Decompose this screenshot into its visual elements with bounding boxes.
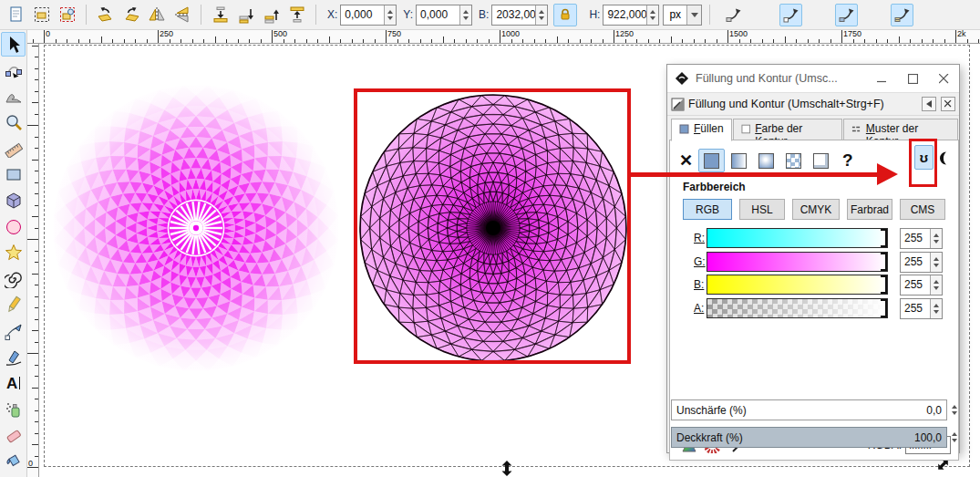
dialog-titlebar[interactable]: Füllung und Kontur (Umsc... bbox=[667, 65, 959, 92]
tool-measure[interactable] bbox=[1, 136, 26, 161]
transform-gradients-toggle[interactable] bbox=[835, 4, 858, 26]
tab-stroke-style[interactable]: Muster der Kontur bbox=[843, 119, 958, 140]
colorspace-cmyk-button[interactable]: CMYK bbox=[792, 199, 840, 220]
slider-handle-alpha[interactable] bbox=[881, 299, 887, 317]
undock-button[interactable] bbox=[922, 97, 936, 111]
slider-handle-blue[interactable] bbox=[881, 275, 887, 294]
horizontal-ruler[interactable]: 025050075010001250150017502k bbox=[27, 30, 980, 44]
colorspace-farbrad-button[interactable]: Farbrad bbox=[847, 199, 892, 220]
toolbar-separator bbox=[201, 5, 201, 25]
rotate-cw-button[interactable] bbox=[119, 4, 142, 26]
fill-stroke-tabs: FüllenFarbe der KonturMuster der Kontur bbox=[671, 119, 959, 140]
blur-slider[interactable]: Unschärfe (%) 0,0 bbox=[671, 399, 947, 420]
tool-spiral[interactable] bbox=[1, 266, 26, 291]
width-field[interactable]: 2032,00 bbox=[491, 5, 548, 26]
tool-pen[interactable] bbox=[1, 319, 26, 344]
slider-value-alpha[interactable]: 255 bbox=[900, 298, 943, 319]
colorspace-rgb-button[interactable]: RGB bbox=[683, 199, 732, 220]
height-field[interactable]: 922,000 bbox=[603, 5, 659, 26]
tool-node-editor[interactable] bbox=[1, 58, 26, 83]
color-space-row: RGBHSLCMYKFarbradCMS bbox=[683, 199, 953, 220]
height-spinner[interactable] bbox=[646, 5, 658, 25]
linear-gradient-button[interactable] bbox=[726, 149, 752, 172]
slider-handle-red[interactable] bbox=[881, 229, 887, 247]
y-field[interactable]: 0,000 bbox=[416, 5, 472, 26]
scale-handle-bottom-center[interactable] bbox=[500, 461, 513, 476]
rotate-ccw-button[interactable] bbox=[94, 4, 117, 26]
slider-spinner-red[interactable] bbox=[930, 229, 942, 248]
x-spinner[interactable] bbox=[384, 5, 396, 25]
tool-text[interactable]: A bbox=[1, 371, 26, 396]
deselect-button[interactable] bbox=[56, 4, 78, 26]
opacity-spinner[interactable] bbox=[949, 427, 959, 448]
tool-ellipse[interactable] bbox=[1, 214, 26, 239]
radial-gradient-button[interactable] bbox=[753, 149, 779, 172]
slider-track-alpha[interactable] bbox=[707, 298, 888, 318]
tool-pencil[interactable] bbox=[1, 293, 26, 317]
x-value[interactable]: 0,000 bbox=[341, 5, 384, 25]
unknown-paint-button[interactable]: ? bbox=[842, 150, 853, 171]
transform-corners-toggle[interactable] bbox=[779, 4, 802, 26]
slider-spinner-blue[interactable] bbox=[930, 275, 942, 295]
slider-track-green[interactable] bbox=[707, 252, 888, 272]
scale-stroke-toggle[interactable] bbox=[722, 4, 745, 26]
tool-spray[interactable] bbox=[1, 397, 26, 421]
linear-gradient-icon bbox=[731, 153, 747, 169]
document-icon-button[interactable] bbox=[5, 4, 27, 26]
tool-tweak[interactable] bbox=[1, 84, 26, 109]
slider-value-green[interactable]: 255 bbox=[900, 252, 943, 273]
tool-rectangle[interactable] bbox=[1, 162, 26, 187]
blur-spinner[interactable] bbox=[949, 399, 959, 420]
flip-horizontal-button[interactable] bbox=[145, 4, 168, 26]
y-value[interactable]: 0,000 bbox=[417, 5, 459, 25]
colorspace-cms-button[interactable]: CMS bbox=[900, 199, 945, 220]
select-all-button[interactable] bbox=[30, 4, 53, 26]
raise-button[interactable] bbox=[260, 4, 283, 26]
slider-value-red[interactable]: 255 bbox=[900, 228, 943, 249]
panel-close-button[interactable] bbox=[941, 97, 955, 111]
inkscape-window: X: 0,000 Y: 0,000 B: 2032,00 H: 922,000 … bbox=[0, 0, 980, 477]
slider-track-blue[interactable] bbox=[707, 275, 888, 295]
slider-value-blue[interactable]: 255 bbox=[900, 275, 943, 296]
tool-eraser[interactable] bbox=[1, 423, 26, 448]
flip-vertical-button[interactable] bbox=[170, 4, 193, 26]
tool-box-3d[interactable] bbox=[1, 189, 26, 213]
slider-spinner-alpha[interactable] bbox=[930, 299, 942, 318]
width-value[interactable]: 2032,00 bbox=[492, 5, 535, 25]
x-field[interactable]: 0,000 bbox=[340, 5, 397, 26]
vertical-ruler[interactable]: 0 bbox=[27, 44, 39, 477]
crescent-icon[interactable] bbox=[938, 150, 953, 166]
no-paint-button[interactable]: ✕ bbox=[679, 152, 693, 169]
slider-track-red[interactable] bbox=[707, 228, 888, 248]
width-spinner[interactable] bbox=[535, 5, 547, 25]
maximize-button[interactable] bbox=[897, 65, 928, 92]
raise-to-top-button[interactable] bbox=[285, 4, 308, 26]
tool-zoom[interactable] bbox=[1, 110, 26, 135]
lower-to-bottom-button[interactable] bbox=[209, 4, 232, 26]
slider-handle-green[interactable] bbox=[881, 253, 887, 271]
swatch-button[interactable] bbox=[808, 149, 834, 172]
transform-patterns-toggle[interactable] bbox=[891, 4, 913, 26]
slider-spinner-green[interactable] bbox=[930, 253, 942, 272]
flat-color-button[interactable] bbox=[698, 149, 725, 172]
minimize-button[interactable] bbox=[866, 65, 897, 92]
blur-label: Unschärfe (%) bbox=[676, 404, 747, 417]
tool-star[interactable] bbox=[1, 241, 26, 265]
tab-fill[interactable]: Füllen bbox=[671, 119, 732, 141]
opacity-slider[interactable]: Deckkraft (%) 100,0 bbox=[671, 427, 947, 448]
pattern-button[interactable] bbox=[780, 149, 807, 172]
unit-select[interactable]: px bbox=[663, 5, 702, 26]
tool-paint-bucket[interactable] bbox=[1, 450, 26, 474]
height-value[interactable]: 922,000 bbox=[603, 5, 646, 25]
tool-selector[interactable] bbox=[1, 32, 26, 57]
lower-button[interactable] bbox=[234, 4, 257, 26]
colorspace-hsl-button[interactable]: HSL bbox=[739, 199, 785, 220]
close-button[interactable] bbox=[928, 65, 959, 92]
dialog-title: Füllung und Kontur (Umsc... bbox=[696, 72, 866, 85]
tab-stroke-paint[interactable]: Farbe der Kontur bbox=[733, 119, 843, 140]
lock-ratio-toggle[interactable] bbox=[553, 4, 577, 26]
width-label: B: bbox=[479, 8, 489, 21]
torus-light[interactable] bbox=[50, 82, 342, 374]
tool-calligraphy[interactable] bbox=[1, 345, 26, 369]
y-spinner[interactable] bbox=[459, 5, 471, 25]
